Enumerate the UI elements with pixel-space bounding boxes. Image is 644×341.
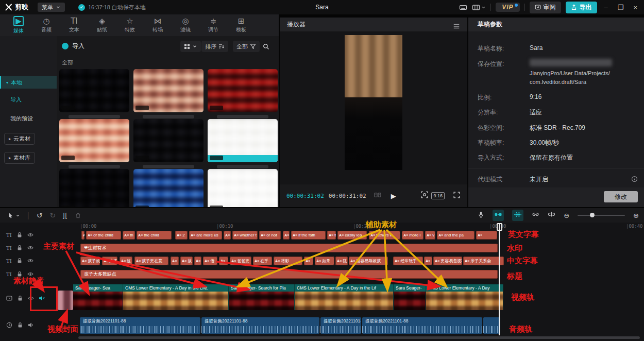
- redo-button[interactable]: ↻: [49, 211, 56, 219]
- chinese-subtitle-clip[interactable]: A≡: [219, 257, 228, 265]
- tab-sticker[interactable]: ◈贴纸: [89, 17, 115, 33]
- english-subtitle-clip[interactable]: A≡more l: [402, 231, 423, 240]
- chinese-subtitle-clip[interactable]: A≡很容易导致孩: [349, 257, 388, 265]
- english-subtitle-clip[interactable]: A≡: [81, 231, 84, 240]
- media-thumbnail[interactable]: [208, 69, 278, 112]
- tab-template[interactable]: ⊞模板: [228, 17, 255, 33]
- delete-button[interactable]: [75, 212, 81, 219]
- playhead-line[interactable]: [499, 223, 500, 335]
- minimize-button[interactable]: –: [602, 4, 611, 11]
- english-subtitle-clip[interactable]: A≡: [283, 231, 290, 240]
- lock-icon[interactable]: [16, 257, 23, 266]
- media-thumbnail[interactable]: [208, 119, 278, 162]
- chinese-subtitle-clip[interactable]: A≡这: [120, 257, 132, 265]
- english-subtitle-clip[interactable]: A≡whether t: [232, 231, 258, 240]
- chinese-subtitle-clip[interactable]: A≡经常玩手: [393, 257, 423, 265]
- unlink-button[interactable]: [548, 211, 555, 220]
- auto-snap-button[interactable]: [512, 210, 523, 221]
- audio-track-icon[interactable]: [6, 321, 12, 330]
- video-clip[interactable]: CMS Lower Elementary - A Day: [426, 284, 503, 310]
- media-thumbnail[interactable]: [133, 119, 204, 162]
- english-subtitle-clip[interactable]: A≡are more us: [189, 231, 222, 240]
- visibility-icon[interactable]: [27, 231, 33, 240]
- filter-button[interactable]: 全部: [233, 41, 260, 52]
- chinese-subtitle-clip[interactable]: A≡借: [203, 257, 217, 265]
- english-subtitle-clip[interactable]: A≡the child: [137, 231, 172, 240]
- chinese-subtitle-clip[interactable]: A≡如果: [315, 257, 334, 265]
- english-subtitle-clip[interactable]: A≡th: [327, 231, 336, 240]
- sort-button[interactable]: 排序: [201, 41, 228, 52]
- view-mode-button[interactable]: [180, 41, 201, 52]
- video-preview[interactable]: [345, 35, 402, 170]
- audio-clip[interactable]: [483, 317, 500, 334]
- text-track-icon[interactable]: TI: [6, 271, 12, 277]
- zoom-in-button[interactable]: ⊕: [633, 212, 639, 219]
- media-thumbnail[interactable]: [59, 119, 129, 162]
- play-button[interactable]: ▶: [391, 192, 396, 200]
- video-track-icon[interactable]: [6, 294, 12, 303]
- chinese-subtitle-clip[interactable]: A≡: [171, 257, 179, 265]
- text-track-icon[interactable]: TI: [6, 258, 12, 264]
- audio-clip[interactable]: 提取音频20221101-88: [80, 317, 200, 334]
- text-track-icon[interactable]: TI: [6, 245, 12, 251]
- sidebar-item-cloud[interactable]: ▸云素材: [4, 133, 35, 145]
- video-clip[interactable]: Sara Seager- Search for Pla: [229, 284, 295, 310]
- chinese-subtitle-clip[interactable]: A≡: [194, 257, 201, 265]
- ratio-button[interactable]: 9:16: [431, 192, 445, 199]
- english-subtitle-clip[interactable]: A≡v: [425, 231, 435, 240]
- video-clip[interactable]: Sara Seager-: [394, 284, 426, 310]
- chinese-subtitle-clip[interactable]: A≡亲子关系会: [463, 257, 504, 265]
- layout-switch-button[interactable]: [472, 4, 486, 11]
- tab-adjust[interactable]: ≑调节: [200, 17, 227, 33]
- vip-badge[interactable]: VIP: [496, 3, 519, 12]
- english-subtitle-clip[interactable]: A≡: [476, 231, 497, 240]
- title-text-clip[interactable]: 孩子大多数缺点: [80, 270, 498, 279]
- text-track-icon[interactable]: TI: [6, 232, 12, 238]
- review-button[interactable]: 审阅: [530, 2, 561, 13]
- visibility-icon[interactable]: [27, 244, 33, 253]
- lock-icon[interactable]: [16, 244, 23, 253]
- chinese-subtitle-clip[interactable]: A≡更容易忽视和: [433, 257, 462, 265]
- english-subtitle-clip[interactable]: A≡: [224, 231, 231, 240]
- sidebar-item-import[interactable]: 导入: [10, 96, 22, 104]
- media-thumbnail[interactable]: [59, 169, 129, 207]
- video-clip[interactable]: CMS Lower Elementary - A Day in the Life…: [123, 284, 229, 310]
- video-cover-thumbnail[interactable]: [58, 291, 73, 310]
- player-menu-icon[interactable]: [453, 21, 460, 35]
- timeline[interactable]: |00:00|00:10|00:20|00:30|00:40TITITITIA≡…: [0, 223, 644, 341]
- export-button[interactable]: 导出: [566, 2, 597, 13]
- import-button[interactable]: 导入: [62, 42, 84, 50]
- english-subtitle-clip[interactable]: A≡if the fath: [291, 231, 326, 240]
- chinese-subtitle-clip[interactable]: A≡拔: [180, 257, 193, 265]
- tab-effects[interactable]: ☆特效: [116, 17, 143, 33]
- video-clip[interactable]: CMS Lower Elementary - A Day in the Lif: [295, 284, 394, 310]
- lock-icon[interactable]: [16, 231, 23, 240]
- tab-filter[interactable]: ◎滤镜: [172, 17, 199, 33]
- zoom-out-button[interactable]: ⊖: [564, 212, 569, 219]
- timeline-zoom-slider[interactable]: [578, 215, 625, 216]
- lock-icon[interactable]: [17, 294, 23, 303]
- english-subtitle-clip[interactable]: A≡th: [123, 231, 135, 240]
- media-thumbnail[interactable]: [133, 169, 204, 207]
- undo-button[interactable]: ↺: [37, 211, 43, 219]
- chinese-subtitle-clip[interactable]: A≡: [424, 257, 432, 265]
- chinese-subtitle-clip[interactable]: A≡大多: [102, 257, 117, 265]
- media-thumbnail[interactable]: [59, 69, 129, 112]
- split-button[interactable]: ][: [63, 212, 67, 219]
- chinese-subtitle-clip[interactable]: A≡爸爸更: [230, 257, 251, 265]
- tab-text[interactable]: TI文本: [61, 17, 88, 33]
- preview-quality-icon[interactable]: [421, 191, 428, 200]
- audio-clip[interactable]: 提取音频20221101-88: [362, 317, 482, 334]
- modify-button[interactable]: 修改: [604, 191, 638, 202]
- watermark-text-clip[interactable]: ❤生财有术: [80, 244, 498, 252]
- english-subtitle-clip[interactable]: A≡of the child: [86, 231, 121, 240]
- audio-clip[interactable]: 提取音频20221101-88: [320, 317, 361, 334]
- tab-audio[interactable]: ◷音频: [33, 17, 60, 33]
- media-thumbnail[interactable]: [208, 169, 278, 207]
- search-icon[interactable]: [263, 43, 269, 52]
- slider-handle[interactable]: [590, 213, 595, 217]
- sidebar-item-presets[interactable]: 我的预设: [10, 115, 33, 123]
- english-subtitle-clip[interactable]: A≡fathers w: [369, 231, 400, 240]
- shortcut-keyboard-button[interactable]: [459, 4, 467, 11]
- audio-clip[interactable]: 提取音频20221101-88: [201, 317, 319, 334]
